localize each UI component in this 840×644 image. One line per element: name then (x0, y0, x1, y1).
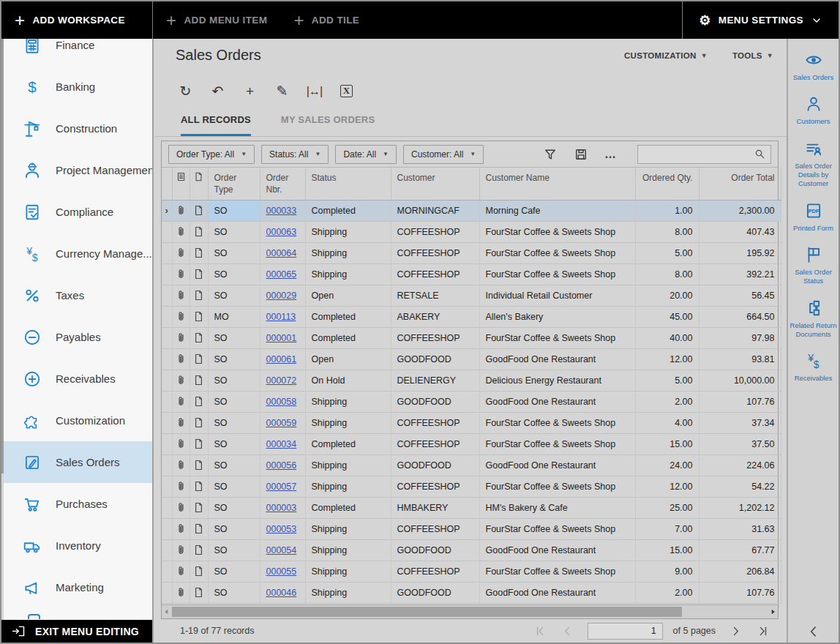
row-notes-cell[interactable] (172, 327, 190, 348)
add-record-button[interactable]: + (239, 80, 261, 102)
FourStar Coffee & Sweets Shop-button[interactable]: SO 000053 Shipping COFFEESHOP FourStar C… (162, 518, 781, 539)
filter-chip[interactable]: Status: All ▼ (261, 145, 329, 164)
tools-menu-button[interactable]: TOOLS ▼ (732, 51, 773, 60)
notes-column-header[interactable] (172, 168, 190, 200)
row-notes-cell[interactable] (172, 539, 190, 561)
sidebar-item[interactable]: Purchases (1, 483, 152, 525)
order-nbr-link[interactable]: 000055 (266, 566, 297, 577)
order-nbr-link[interactable]: 000059 (266, 418, 297, 428)
Morning Cafe-button[interactable]: › SO 000033 Completed MORNINGCAF Morning… (162, 200, 781, 221)
row-notes-cell[interactable] (172, 561, 190, 582)
row-files-cell[interactable] (190, 285, 208, 306)
row-notes-cell[interactable] (172, 497, 190, 518)
add-tile-button[interactable]: + ADD TILE (280, 1, 372, 39)
next-page-button[interactable] (729, 624, 743, 638)
row-notes-cell[interactable] (172, 285, 190, 306)
tab[interactable]: MY SALES ORDERS (281, 114, 375, 136)
save-filter-icon[interactable] (574, 147, 588, 162)
column-header[interactable]: Order Type (208, 168, 260, 200)
row-files-cell[interactable] (190, 200, 208, 221)
FourStar Coffee & Sweets Shop-button[interactable]: SO 000055 Shipping COFFEESHOP FourStar C… (162, 561, 781, 582)
FourStar Coffee & Sweets Shop-button[interactable]: SO 000057 Shipping COFFEESHOP FourStar C… (162, 476, 781, 497)
GoodFood One Restaurant-button[interactable]: SO 000058 Shipping GOODFOOD GoodFood One… (162, 391, 781, 412)
sidebar-scrollbar[interactable] (1, 39, 4, 643)
search-input[interactable] (642, 149, 754, 160)
order-nbr-link[interactable]: 000053 (266, 524, 297, 534)
column-header[interactable]: Order Total (699, 168, 781, 200)
sidebar-item[interactable]: Compliance (1, 191, 152, 233)
sidebar-item[interactable]: ¥$ Currency Manage... (1, 233, 152, 274)
collapse-panel-button[interactable] (806, 624, 821, 639)
row-files-cell[interactable] (190, 497, 208, 518)
row-files-cell[interactable] (190, 539, 208, 561)
row-files-cell[interactable] (190, 348, 208, 370)
refresh-button[interactable]: ↻ (174, 80, 197, 102)
row-notes-cell[interactable] (172, 476, 190, 497)
side-panel-item[interactable]: Customers (790, 94, 838, 126)
side-panel-item[interactable]: Sales Order Status (790, 245, 838, 286)
side-panel-item[interactable]: Sales Order Details by Customer (790, 139, 838, 189)
edit-record-button[interactable]: ✎ (271, 80, 293, 102)
order-nbr-link[interactable]: 000064 (266, 248, 297, 258)
sidebar-item[interactable]: Sales Orders (1, 441, 152, 483)
row-files-cell[interactable] (190, 306, 208, 327)
column-header[interactable]: Order Nbr. (260, 168, 305, 200)
order-nbr-link[interactable]: 000065 (266, 269, 297, 280)
FourStar Coffee & Sweets Shop-button[interactable]: SO 000065 Shipping COFFEESHOP FourStar C… (162, 263, 781, 285)
export-excel-button[interactable]: X (335, 80, 358, 102)
prev-page-button[interactable] (560, 624, 574, 638)
sidebar-item[interactable]: Receivables (1, 358, 152, 400)
first-page-button[interactable] (533, 624, 547, 638)
row-files-cell[interactable] (190, 582, 208, 603)
order-nbr-link[interactable]: 000113 (266, 312, 296, 322)
scrollbar-thumb[interactable] (172, 607, 682, 617)
HM's Bakery & Cafe-button[interactable]: SO 000003 Completed HMBAKERY HM's Bakery… (162, 497, 781, 518)
Delicious Energy Restaurant-button[interactable]: SO 000072 On Hold DELIENERGY Delicious E… (162, 370, 781, 391)
Individual Retail Customer-button[interactable]: SO 000029 Open RETSALE Individual Retail… (162, 285, 781, 306)
row-notes-cell[interactable] (172, 306, 190, 327)
add-workspace-button[interactable]: + ADD WORKSPACE (1, 1, 153, 39)
order-nbr-link[interactable]: 000058 (266, 397, 297, 407)
sidebar-item[interactable]: $ Banking (1, 66, 152, 108)
order-nbr-link[interactable]: 000072 (266, 375, 297, 386)
row-files-cell[interactable] (190, 412, 208, 433)
GoodFood One Restaurant-button[interactable]: SO 000056 Shipping GOODFOOD GoodFood One… (162, 454, 781, 476)
search-icon[interactable] (754, 148, 766, 160)
row-files-cell[interactable] (190, 242, 208, 263)
row-notes-cell[interactable] (172, 242, 190, 263)
column-header[interactable]: Status (305, 168, 391, 200)
side-panel-item[interactable]: PDF Printed Form (790, 201, 838, 233)
row-files-cell[interactable] (190, 454, 208, 476)
row-files-cell[interactable] (190, 370, 208, 391)
row-notes-cell[interactable] (172, 582, 190, 603)
order-nbr-link[interactable]: 000056 (266, 460, 297, 471)
column-header[interactable]: Customer Name (479, 168, 635, 200)
order-nbr-link[interactable]: 000046 (266, 588, 297, 598)
row-files-cell[interactable] (190, 263, 208, 285)
sidebar-item[interactable]: Customization (1, 400, 152, 441)
last-page-button[interactable] (756, 624, 770, 638)
row-files-cell[interactable] (190, 221, 208, 242)
sidebar-item[interactable]: Payables (1, 316, 152, 358)
sidebar-item[interactable]: Construction (1, 108, 152, 149)
side-panel-item[interactable]: ¥$ Receivables (790, 351, 838, 383)
FourStar Coffee & Sweets Shop-button[interactable]: SO 000063 Shipping COFFEESHOP FourStar C… (162, 221, 781, 242)
FourStar Coffee & Sweets Shop-button[interactable]: SO 000059 Shipping COFFEESHOP FourStar C… (162, 412, 781, 433)
tab[interactable]: ALL RECORDS (181, 114, 251, 136)
row-notes-cell[interactable] (172, 454, 190, 476)
menu-settings-button[interactable]: ⚙ MENU SETTINGS (682, 1, 839, 39)
side-panel-item[interactable]: Sales Orders (790, 50, 838, 82)
row-notes-cell[interactable] (172, 433, 190, 454)
order-nbr-link[interactable]: 000001 (266, 333, 297, 343)
sidebar-item[interactable]: Marketing (1, 566, 152, 608)
row-notes-cell[interactable] (172, 221, 190, 242)
filter-chip[interactable]: Order Type: All ▼ (168, 145, 255, 164)
filter-funnel-icon[interactable] (543, 147, 558, 162)
GoodFood One Restaurant-button[interactable]: SO 000054 Shipping GOODFOOD GoodFood One… (162, 539, 781, 561)
FourStar Coffee & Sweets Shop-button[interactable]: SO 000064 Shipping COFFEESHOP FourStar C… (162, 242, 781, 263)
side-panel-item[interactable]: Related Return Documents (790, 299, 838, 340)
order-nbr-link[interactable]: 000054 (266, 545, 297, 555)
FourStar Coffee & Sweets Shop-button[interactable]: SO 000001 Completed COFFEESHOP FourStar … (162, 327, 781, 348)
undo-button[interactable]: ↶ (206, 80, 229, 102)
order-nbr-link[interactable]: 000057 (266, 482, 297, 492)
